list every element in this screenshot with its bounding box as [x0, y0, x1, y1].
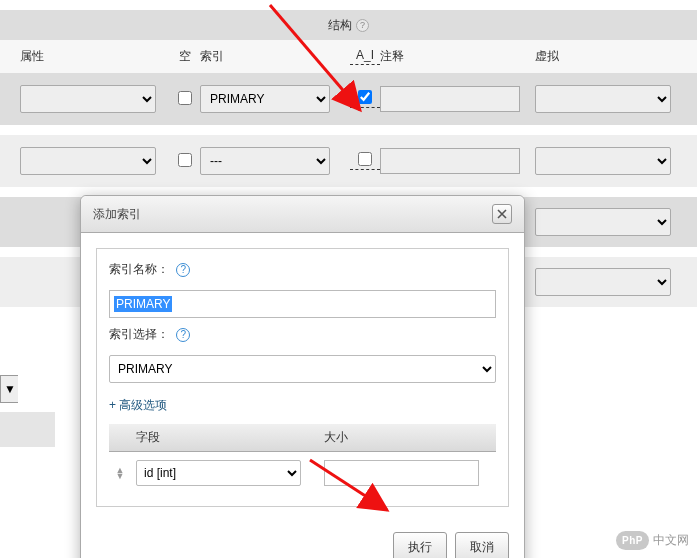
index-type-label: 索引选择： [109, 326, 169, 343]
table-row: ▲▼ id [int] [109, 452, 496, 495]
col-header-field: 字段 [131, 424, 319, 452]
index-columns-table: 字段 大小 ▲▼ id [int] [109, 424, 496, 494]
field-select[interactable]: id [int] [136, 460, 301, 486]
index-name-input[interactable]: PRIMARY [109, 290, 496, 318]
watermark-icon: PhP [616, 531, 649, 550]
reorder-handle[interactable]: ▲▼ [114, 467, 126, 479]
help-icon[interactable]: ? [176, 263, 190, 277]
close-button[interactable] [492, 204, 512, 224]
execute-button[interactable]: 执行 [393, 532, 447, 558]
advanced-options-link[interactable]: + 高级选项 [109, 397, 167, 414]
index-name-label: 索引名称： [109, 261, 169, 278]
index-type-select[interactable]: PRIMARY [109, 355, 496, 383]
col-header-size: 大小 [319, 424, 496, 452]
watermark: PhP 中文网 [616, 531, 689, 550]
modal-title: 添加索引 [93, 206, 141, 223]
add-index-modal: 添加索引 索引名称： ? PRIMARY 索引选择： ? PRIMARY [80, 195, 525, 558]
size-input[interactable] [324, 460, 479, 486]
cancel-button[interactable]: 取消 [455, 532, 509, 558]
help-icon[interactable]: ? [176, 328, 190, 342]
watermark-text: 中文网 [653, 532, 689, 549]
close-icon [497, 209, 507, 219]
